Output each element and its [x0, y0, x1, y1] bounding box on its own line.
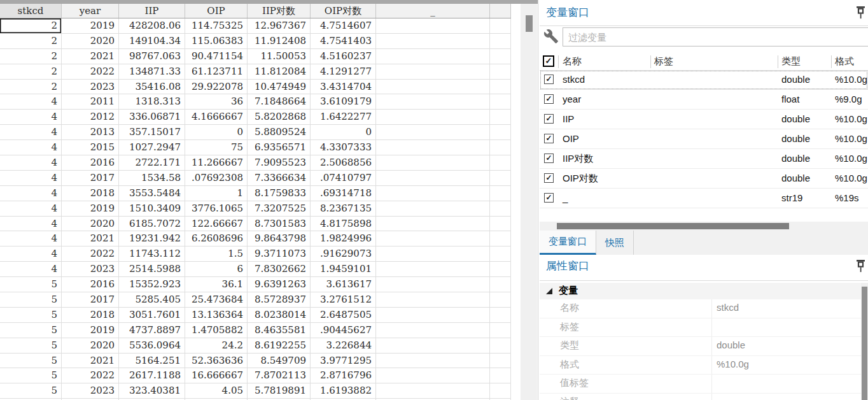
grid-cell[interactable]: 4 [0, 110, 62, 125]
grid-cell[interactable]: 7.8702113 [248, 368, 311, 383]
grid-cell[interactable]: 2013 [62, 125, 119, 140]
grid-cell[interactable]: 8.7301583 [248, 216, 311, 231]
grid-cell[interactable]: 5164.251 [119, 353, 185, 368]
grid-cell[interactable] [376, 338, 490, 353]
variable-row-OIP[interactable]: ✓OIPdouble%10.0g [540, 129, 868, 149]
grid-column-header-IIP对数[interactable]: IIP对数 [248, 4, 311, 18]
grid-cell[interactable]: 6185.7072 [119, 216, 185, 231]
column-header-format[interactable]: 格式 [835, 55, 854, 68]
grid-cell[interactable] [376, 216, 490, 231]
variables-horizontal-scrollbar[interactable] [540, 222, 868, 231]
grid-cell[interactable] [490, 277, 511, 292]
grid-cell[interactable]: 5285.405 [119, 292, 185, 308]
grid-cell[interactable]: 13.136364 [185, 307, 248, 322]
grid-cell[interactable]: 24.2 [185, 338, 248, 353]
grid-cell[interactable]: 2018 [62, 307, 119, 322]
grid-cell[interactable]: 61.123711 [185, 64, 248, 79]
grid-cell[interactable]: 2023 [62, 262, 119, 277]
grid-cell[interactable]: 12.967367 [248, 18, 311, 34]
grid-cell[interactable] [376, 110, 490, 125]
grid-cell[interactable]: 5.8809524 [248, 125, 311, 140]
grid-cell[interactable]: .07692308 [185, 170, 248, 185]
grid-cell[interactable] [490, 353, 511, 368]
grid-cell[interactable]: 2022 [62, 64, 119, 79]
grid-cell[interactable]: 2 [0, 79, 62, 94]
grid-cell[interactable]: 3.9771295 [311, 353, 376, 368]
grid-cell[interactable]: 6.9356571 [248, 140, 311, 155]
grid-cell[interactable] [490, 125, 511, 140]
grid-cell[interactable]: 1510.3409 [119, 201, 185, 216]
grid-cell[interactable] [376, 292, 490, 308]
grid-cell[interactable] [376, 48, 490, 64]
checkbox-checked[interactable]: ✓ [544, 134, 554, 143]
checkbox-checked[interactable]: ✓ [544, 75, 554, 84]
column-header-label[interactable]: 标签 [654, 55, 673, 68]
grid-cell[interactable]: 1318.313 [119, 94, 185, 110]
grid-cell[interactable]: 1.5 [185, 246, 248, 262]
grid-column-header-stkcd[interactable]: stkcd [0, 4, 62, 18]
grid-cell[interactable] [490, 170, 511, 185]
grid-cell[interactable] [376, 18, 490, 34]
grid-cell[interactable]: 2.8716796 [311, 368, 376, 383]
grid-cell[interactable]: 4 [0, 262, 62, 277]
grid-cell[interactable] [376, 155, 490, 171]
properties-group-variable[interactable]: 变量 [540, 283, 861, 299]
grid-cell[interactable]: 4.1666667 [185, 110, 248, 125]
grid-cell[interactable]: 1 [185, 185, 248, 201]
grid-cell[interactable] [490, 368, 511, 383]
grid-cell[interactable] [490, 216, 511, 231]
grid-cell[interactable]: 357.15017 [119, 125, 185, 140]
grid-cell[interactable]: 98767.063 [119, 48, 185, 64]
grid-cell[interactable]: 122.66667 [185, 216, 248, 231]
grid-column-header-year[interactable]: year [62, 4, 119, 18]
grid-cell[interactable]: 4.8175898 [311, 216, 376, 231]
expander-triangle-icon[interactable] [546, 288, 552, 294]
grid-cell[interactable]: 2 [0, 48, 62, 64]
grid-cell[interactable]: 1.9824996 [311, 231, 376, 246]
grid-cell[interactable]: 4 [0, 125, 62, 140]
variable-row-IIP对数[interactable]: ✓IIP对数double%10.0g [540, 149, 868, 169]
grid-cell[interactable]: 3.226844 [311, 338, 376, 353]
pushpin-icon[interactable] [856, 259, 866, 273]
grid-cell[interactable]: 75 [185, 140, 248, 155]
grid-cell[interactable] [490, 262, 511, 277]
grid-cell[interactable]: 2 [0, 64, 62, 79]
grid-cell[interactable]: 4 [0, 155, 62, 171]
grid-cell[interactable]: 19231.942 [119, 231, 185, 246]
property-value[interactable]: %10.0g [717, 359, 749, 369]
grid-cell[interactable]: 4.7514607 [311, 18, 376, 34]
grid-cell[interactable]: 2021 [62, 353, 119, 368]
grid-cell[interactable]: 4.5160237 [311, 48, 376, 64]
grid-cell[interactable]: 5 [0, 353, 62, 368]
grid-cell[interactable]: 11743.112 [119, 246, 185, 262]
select-all-checkbox[interactable]: ✓ [543, 55, 554, 67]
property-value[interactable]: stkcd [717, 302, 739, 313]
grid-cell[interactable]: 2722.171 [119, 155, 185, 171]
grid-cell[interactable]: 114.75325 [185, 18, 248, 34]
grid-cell[interactable]: 36 [185, 94, 248, 110]
grid-cell[interactable]: 5536.0964 [119, 338, 185, 353]
grid-cell[interactable]: 9.6391263 [248, 277, 311, 292]
grid-cell[interactable] [376, 322, 490, 338]
checkbox-checked[interactable]: ✓ [544, 193, 554, 203]
grid-cell[interactable]: 4.7541403 [311, 33, 376, 48]
grid-cell[interactable]: 2020 [62, 338, 119, 353]
tab-快照[interactable]: 快照 [596, 231, 634, 255]
grid-cell[interactable]: 9.8643798 [248, 231, 311, 246]
grid-cell[interactable]: 11.812084 [248, 64, 311, 79]
grid-cell[interactable] [490, 185, 511, 201]
grid-cell[interactable]: 2 [0, 33, 62, 48]
variable-row-OIP对数[interactable]: ✓OIP对数double%10.0g [540, 169, 868, 189]
grid-cell[interactable]: 7.8302662 [248, 262, 311, 277]
grid-cell[interactable]: 5 [0, 368, 62, 383]
grid-cell[interactable]: 2017 [62, 292, 119, 308]
variable-row-IIP[interactable]: ✓IIPdouble%10.0g [540, 110, 868, 129]
grid-cell[interactable]: 35416.08 [119, 79, 185, 94]
grid-cell[interactable]: 3776.1065 [185, 201, 248, 216]
grid-cell[interactable]: 7.9095523 [248, 155, 311, 171]
grid-cell[interactable]: 6.2608696 [185, 231, 248, 246]
grid-column-header-OIP对数[interactable]: OIP对数 [311, 4, 376, 18]
grid-cell[interactable]: 1027.2947 [119, 140, 185, 155]
grid-column-header-IIP[interactable]: IIP [119, 4, 185, 18]
checkbox-checked[interactable]: ✓ [544, 154, 554, 163]
